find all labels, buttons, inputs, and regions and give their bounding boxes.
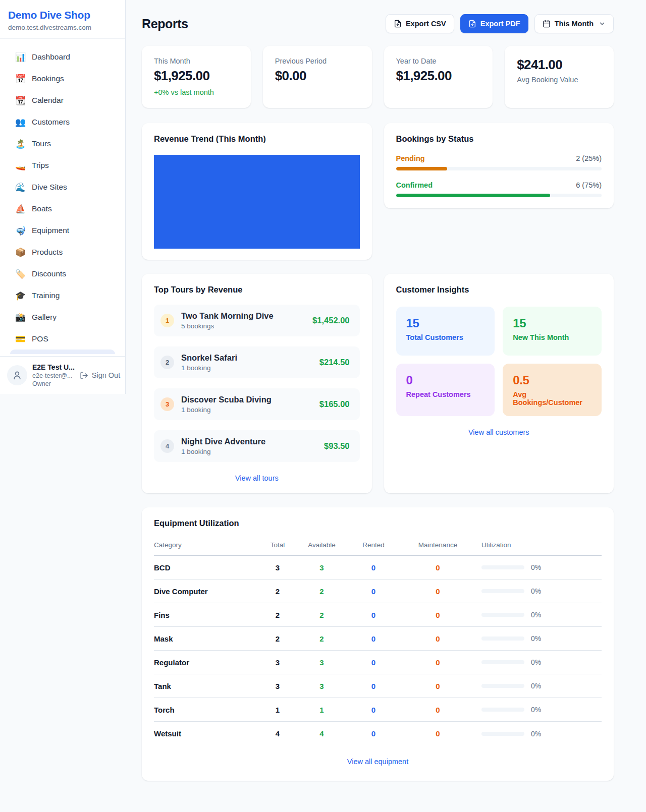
equip-available: 3 — [298, 682, 346, 690]
sign-out-button[interactable]: Sign Out — [80, 371, 120, 380]
status-count: 6 (75%) — [576, 181, 602, 189]
equip-category: Mask — [154, 634, 257, 643]
equip-category: Regulator — [154, 658, 257, 667]
utilization-percent: 0% — [531, 611, 541, 619]
utilization-percent: 0% — [531, 658, 541, 666]
user-meta: E2E Test U... e2e-tester@... Owner — [32, 363, 75, 387]
equip-maintenance: 0 — [401, 587, 474, 596]
tour-row[interactable]: 2 Snorkel Safari 1 booking $214.50 — [154, 346, 360, 378]
sidebar-item-reports-partial[interactable] — [10, 350, 115, 354]
revenue-trend-card: Revenue Trend (This Month) — [142, 123, 372, 260]
rank-badge: 3 — [160, 397, 174, 411]
tour-row[interactable]: 4 Night Dive Adventure 1 booking $93.50 — [154, 430, 360, 462]
col-header-available: Available — [298, 541, 346, 549]
col-header-category: Category — [154, 541, 257, 549]
equip-available: 2 — [298, 634, 346, 643]
user-name: E2E Test U... — [32, 363, 75, 371]
tile-new-this-month: 15 New This Month — [503, 307, 602, 356]
equip-maintenance: 0 — [401, 682, 474, 690]
equip-maintenance: 0 — [401, 729, 474, 738]
bookings-by-status-card: Bookings by Status Pending 2 (25%) Confi… — [384, 123, 614, 208]
view-all-tours-link[interactable]: View all tours — [154, 474, 360, 482]
export-csv-button[interactable]: Export CSV — [386, 14, 454, 33]
bookings-by-status-title: Bookings by Status — [396, 134, 602, 144]
calendar-icon: 📆 — [15, 95, 25, 105]
sidebar-item-customers[interactable]: 👥 Customers — [6, 111, 119, 133]
sidebar-item-training[interactable]: 🎓 Training — [6, 284, 119, 306]
tile-value: 15 — [513, 316, 591, 330]
tile-total-customers: 15 Total Customers — [396, 307, 495, 356]
status-bar-fill — [396, 167, 448, 170]
view-all-equipment-link[interactable]: View all equipment — [154, 758, 602, 766]
rank-badge: 1 — [160, 314, 174, 327]
status-bar-track — [396, 167, 602, 170]
status-label: Pending — [396, 154, 425, 162]
sidebar-item-discounts[interactable]: 🏷️ Discounts — [6, 263, 119, 284]
export-pdf-label: Export PDF — [480, 20, 520, 28]
sidebar-item-equipment[interactable]: 🤿 Equipment — [6, 219, 119, 241]
stat-value: $1,925.00 — [154, 68, 239, 84]
sidebar-item-label: Dive Sites — [32, 183, 67, 192]
equip-category: Tank — [154, 682, 257, 690]
top-tours-card: Top Tours by Revenue 1 Two Tank Morning … — [142, 274, 372, 493]
tour-row[interactable]: 3 Discover Scuba Diving 1 booking $165.0… — [154, 388, 360, 420]
export-pdf-button[interactable]: Export PDF — [460, 14, 528, 33]
log-out-icon — [80, 371, 88, 380]
col-header-maintenance: Maintenance — [401, 541, 474, 549]
customer-insights-title: Customer Insights — [396, 285, 602, 295]
stat-value: $0.00 — [275, 68, 360, 84]
sidebar-item-label: Bookings — [32, 74, 64, 83]
tag-icon: 🏷️ — [15, 269, 25, 279]
table-row: Torch 1 1 0 0 0% — [154, 698, 602, 722]
wave-icon: 🌊 — [15, 182, 25, 192]
sidebar-item-bookings[interactable]: 📅 Bookings — [6, 68, 119, 89]
equipment-utilization-card: Equipment Utilization Category Total Ava… — [142, 507, 614, 781]
view-all-customers-link[interactable]: View all customers — [396, 428, 602, 436]
equip-maintenance: 0 — [401, 706, 474, 714]
equip-available: 2 — [298, 611, 346, 619]
island-icon: 🏝️ — [15, 139, 25, 149]
equip-rented: 0 — [346, 611, 401, 619]
equip-utilization-cell: 0% — [474, 730, 602, 738]
equipment-utilization-title: Equipment Utilization — [154, 518, 602, 528]
sidebar-item-tours[interactable]: 🏝️ Tours — [6, 133, 119, 154]
equip-total: 1 — [257, 706, 298, 714]
utilization-bar — [481, 732, 524, 736]
equip-category: Dive Computer — [154, 587, 257, 596]
equip-total: 3 — [257, 682, 298, 690]
sidebar-item-calendar[interactable]: 📆 Calendar — [6, 89, 119, 111]
tour-row[interactable]: 1 Two Tank Morning Dive 5 bookings $1,45… — [154, 305, 360, 336]
sidebar-item-label: Gallery — [32, 313, 57, 322]
status-label: Confirmed — [396, 181, 433, 189]
period-select[interactable]: This Month — [534, 14, 614, 33]
sidebar-item-trips[interactable]: 🚤 Trips — [6, 154, 119, 176]
tour-bookings: 1 booking — [181, 448, 265, 455]
stat-card-avg-booking-value: $241.00 Avg Booking Value — [505, 46, 614, 108]
table-row: Wetsuit 4 4 0 0 0% — [154, 722, 602, 745]
brand-name[interactable]: Demo Dive Shop — [8, 9, 117, 21]
col-header-utilization: Utilization — [474, 541, 602, 549]
insight-grid: 15 Total Customers 15 New This Month 0 R… — [396, 307, 602, 416]
sidebar-item-label: Training — [32, 291, 60, 300]
stat-delta: +0% vs last month — [154, 88, 239, 96]
sidebar-item-dashboard[interactable]: 📊 Dashboard — [6, 46, 119, 68]
equip-utilization-cell: 0% — [474, 706, 602, 714]
table-row: Regulator 3 3 0 0 0% — [154, 651, 602, 674]
sidebar-item-gallery[interactable]: 📸 Gallery — [6, 306, 119, 328]
revenue-trend-chart — [154, 155, 360, 249]
sidebar-item-label: Equipment — [32, 226, 69, 235]
page-header: Reports Export CSV Export PDF This Month — [142, 14, 614, 33]
customer-insights-card: Customer Insights 15 Total Customers 15 … — [384, 274, 614, 493]
sidebar-item-pos[interactable]: 💳 POS — [6, 328, 119, 350]
sidebar-item-label: Tours — [32, 139, 51, 148]
sidebar-item-label: Discounts — [32, 269, 66, 278]
equip-total: 2 — [257, 634, 298, 643]
equip-rented: 0 — [346, 706, 401, 714]
tour-name: Night Dive Adventure — [181, 437, 265, 446]
status-bar-track — [396, 194, 602, 197]
tour-bookings: 5 bookings — [181, 322, 274, 330]
sidebar-item-boats[interactable]: ⛵ Boats — [6, 198, 119, 219]
sidebar-item-products[interactable]: 📦 Products — [6, 241, 119, 263]
sailboat-icon: ⛵ — [15, 204, 25, 214]
sidebar-item-dive-sites[interactable]: 🌊 Dive Sites — [6, 176, 119, 198]
